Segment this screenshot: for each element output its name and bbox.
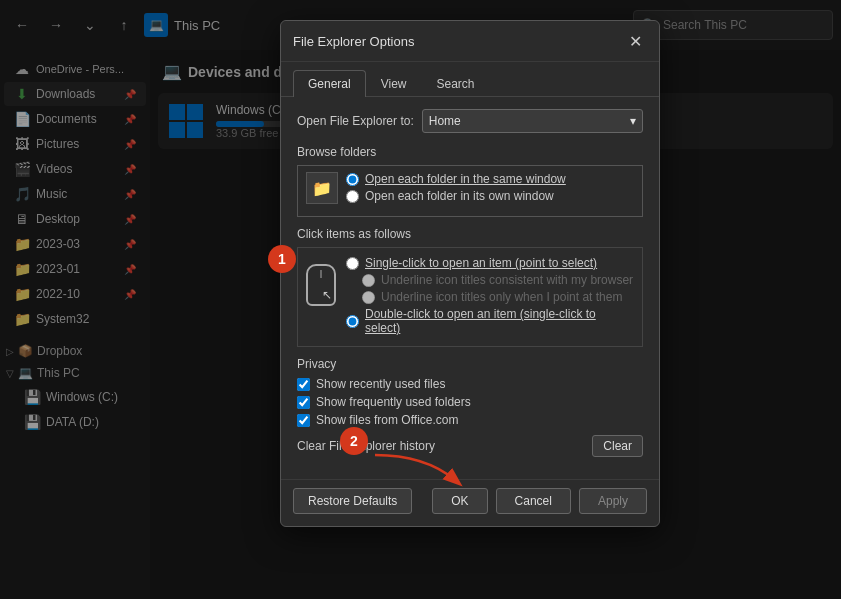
radio-single-click-label: Single-click to open an item (point to s… — [365, 256, 597, 270]
radio-same-window[interactable]: Open each folder in the same window — [346, 172, 566, 186]
radio-single-click[interactable]: Single-click to open an item (point to s… — [346, 256, 634, 270]
dialog-tabs: General View Search — [281, 62, 659, 97]
tab-view[interactable]: View — [366, 70, 422, 97]
mouse-preview: ↖ — [306, 260, 336, 306]
browse-radio-group: Open each folder in the same window Open… — [346, 172, 566, 206]
radio-double-click-input[interactable] — [346, 315, 359, 328]
dialog-close-button[interactable]: ✕ — [623, 29, 647, 53]
radio-single-click-input[interactable] — [346, 257, 359, 270]
cursor-icon: ↖ — [322, 288, 332, 302]
click-section: ↖ Single-click to open an item (point to… — [297, 247, 643, 347]
click-section-label: Click items as follows — [297, 227, 643, 241]
radio-own-window-input[interactable] — [346, 190, 359, 203]
radio-underline-browser-input — [362, 274, 375, 287]
browse-box: 📁 Open each folder in the same window Op… — [297, 165, 643, 217]
apply-button[interactable]: Apply — [579, 488, 647, 514]
mouse-icon: ↖ — [306, 264, 336, 306]
radio-underline-browser: Underline icon titles consistent with my… — [346, 273, 634, 287]
privacy-label: Privacy — [297, 357, 643, 371]
radio-same-window-label: Open each folder in the same window — [365, 172, 566, 186]
chevron-down-icon: ▾ — [630, 114, 636, 128]
tab-search[interactable]: Search — [422, 70, 490, 97]
dialog-title: File Explorer Options — [293, 34, 414, 49]
radio-own-window-label: Open each folder in its own window — [365, 189, 554, 203]
browse-section-label: Browse folders — [297, 145, 643, 159]
checkbox-office-label: Show files from Office.com — [316, 413, 459, 427]
radio-own-window[interactable]: Open each folder in its own window — [346, 189, 566, 203]
open-explorer-value: Home — [429, 114, 461, 128]
radio-underline-point-input — [362, 291, 375, 304]
click-radio-group: Single-click to open an item (point to s… — [346, 256, 634, 338]
dialog-titlebar: File Explorer Options ✕ — [281, 21, 659, 62]
radio-double-click[interactable]: Double-click to open an item (single-cli… — [346, 307, 634, 335]
radio-underline-point-label: Underline icon titles only when I point … — [381, 290, 622, 304]
checkbox-recent-input[interactable] — [297, 378, 310, 391]
checkbox-recent[interactable]: Show recently used files — [297, 377, 643, 391]
privacy-section: Privacy Show recently used files Show fr… — [297, 357, 643, 427]
checkbox-recent-label: Show recently used files — [316, 377, 445, 391]
dialog-content: Open File Explorer to: Home ▾ Browse fol… — [281, 97, 659, 479]
ok-button[interactable]: OK — [432, 488, 487, 514]
file-explorer-options-dialog: File Explorer Options ✕ General View Sea… — [280, 20, 660, 527]
cancel-button[interactable]: Cancel — [496, 488, 571, 514]
checkbox-frequent[interactable]: Show frequently used folders — [297, 395, 643, 409]
open-explorer-row: Open File Explorer to: Home ▾ — [297, 109, 643, 133]
radio-double-click-label: Double-click to open an item (single-cli… — [365, 307, 634, 335]
restore-defaults-button[interactable]: Restore Defaults — [293, 488, 412, 514]
checkbox-frequent-label: Show frequently used folders — [316, 395, 471, 409]
open-explorer-label: Open File Explorer to: — [297, 114, 414, 128]
clear-history-label: Clear File Explorer history — [297, 439, 435, 453]
checkbox-office[interactable]: Show files from Office.com — [297, 413, 643, 427]
clear-button[interactable]: Clear — [592, 435, 643, 457]
open-explorer-select[interactable]: Home ▾ — [422, 109, 643, 133]
radio-underline-point: Underline icon titles only when I point … — [346, 290, 634, 304]
checkbox-office-input[interactable] — [297, 414, 310, 427]
radio-same-window-input[interactable] — [346, 173, 359, 186]
clear-history-row: Clear File Explorer history Clear — [297, 435, 643, 457]
folder-preview-icon: 📁 — [306, 172, 338, 204]
tab-general[interactable]: General — [293, 70, 366, 97]
checkbox-frequent-input[interactable] — [297, 396, 310, 409]
radio-underline-browser-label: Underline icon titles consistent with my… — [381, 273, 633, 287]
dialog-footer: Restore Defaults OK Cancel Apply — [281, 479, 659, 526]
